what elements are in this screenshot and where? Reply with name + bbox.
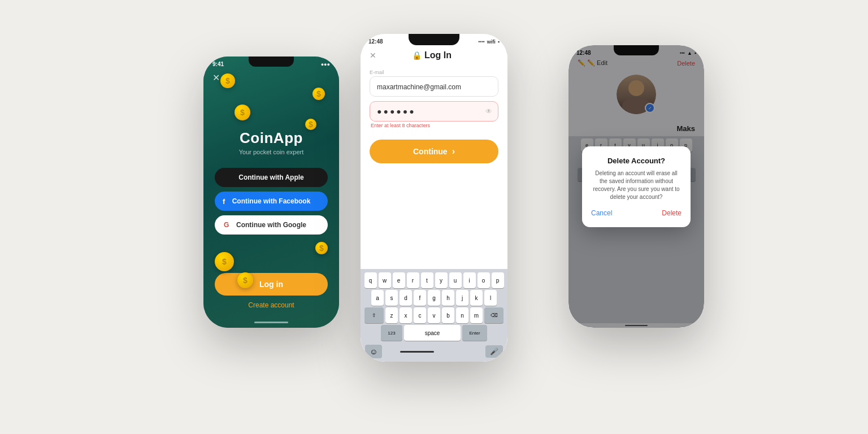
- create-account-label: Create account: [248, 301, 294, 309]
- key-y[interactable]: y: [435, 272, 448, 288]
- key-emoji[interactable]: ☺: [365, 345, 382, 358]
- apple-btn-label: Continue with Apple: [238, 173, 304, 181]
- key-d[interactable]: d: [400, 290, 412, 306]
- key-f[interactable]: f: [414, 290, 426, 306]
- key-w[interactable]: w: [379, 272, 391, 288]
- facebook-icon: f: [223, 197, 225, 206]
- phone1-time: 9:41: [212, 61, 224, 67]
- phone2-screen: 12:48 ▪▪▪▪ wifi ▪ ✕ 🔒 Log In E-ma: [361, 34, 507, 362]
- email-input[interactable]: [377, 83, 491, 91]
- phone2-time: 12:48: [368, 38, 383, 45]
- phone1-close-button[interactable]: ✕: [212, 72, 220, 83]
- key-z[interactable]: z: [385, 307, 398, 323]
- key-t[interactable]: t: [421, 272, 433, 288]
- app-subtitle: Your pocket coin expert: [239, 149, 304, 155]
- key-v[interactable]: v: [428, 307, 440, 323]
- email-label: E-mail: [370, 70, 498, 75]
- continue-google-button[interactable]: G Continue with Google: [215, 215, 328, 235]
- key-m[interactable]: m: [470, 307, 483, 323]
- key-x[interactable]: x: [400, 307, 412, 323]
- phone1-status-icons: ●●●: [321, 62, 330, 67]
- phone2-topbar: ✕ 🔒 Log In: [361, 45, 507, 60]
- key-i[interactable]: i: [463, 272, 476, 288]
- phone2-status-icons: ▪▪▪▪ wifi ▪: [478, 39, 500, 45]
- key-h[interactable]: h: [442, 290, 454, 306]
- modal-delete-button[interactable]: Delete: [662, 209, 682, 217]
- google-btn-label: Continue with Google: [236, 221, 306, 229]
- key-c[interactable]: c: [414, 307, 426, 323]
- modal-actions: Cancel Delete: [591, 209, 682, 217]
- wifi-icon: wifi: [487, 39, 496, 45]
- password-input-wrap: ●●●●●● 👁: [370, 101, 498, 121]
- key-123[interactable]: 123: [381, 325, 402, 341]
- battery-icon: ▪: [498, 39, 500, 45]
- email-input-wrap: [370, 76, 498, 97]
- phone2-close-button[interactable]: ✕: [370, 51, 376, 60]
- key-space[interactable]: space: [404, 325, 461, 341]
- key-g[interactable]: g: [428, 290, 440, 306]
- signal-icon: ●●●: [321, 62, 330, 67]
- key-u[interactable]: u: [449, 272, 462, 288]
- login-btn-label: Log in: [259, 280, 283, 289]
- phone2-title-row: 🔒 Log In: [412, 50, 452, 60]
- signal-bars-icon: ▪▪▪▪: [478, 39, 484, 44]
- phone-coinapp: 9:41 ●●● ✕ CoinApp Your pocket coin: [203, 57, 339, 328]
- modal-cancel-button[interactable]: Cancel: [591, 209, 612, 217]
- modal-body: Deleting an account will erase all the s…: [591, 170, 682, 201]
- phone1-home-indicator: [254, 322, 288, 323]
- key-backspace[interactable]: ⌫: [484, 307, 504, 323]
- create-account-link[interactable]: Create account: [248, 301, 294, 309]
- coin-2: [313, 88, 325, 100]
- key-mic[interactable]: 🎤: [485, 345, 503, 358]
- key-j[interactable]: j: [456, 290, 468, 306]
- key-a[interactable]: a: [371, 290, 384, 306]
- login-button[interactable]: Log in: [215, 273, 328, 296]
- key-k[interactable]: k: [470, 290, 483, 306]
- phone1-content: CoinApp Your pocket coin expert Continue…: [203, 129, 339, 309]
- app-title: CoinApp: [240, 129, 303, 147]
- keyboard-bottom-row: ☺ 🎤: [363, 342, 505, 359]
- delete-modal: Delete Account? Deleting an account will…: [582, 146, 691, 227]
- key-q[interactable]: q: [364, 272, 377, 288]
- continue-button[interactable]: Continue ›: [370, 140, 498, 163]
- phone2-form: E-mail ●●●●●● 👁 Enter at least 8 charact…: [361, 60, 507, 269]
- key-shift[interactable]: ⇧: [364, 307, 384, 323]
- email-field-container: E-mail: [370, 70, 498, 97]
- phone1-notch: [249, 57, 294, 67]
- coin-3: [235, 105, 250, 120]
- key-n[interactable]: n: [456, 307, 468, 323]
- coin-4: [305, 119, 316, 130]
- arrow-icon: ›: [452, 146, 455, 157]
- lock-icon: 🔒: [412, 51, 422, 60]
- phone2-home-indicator: [400, 351, 434, 353]
- modal-title: Delete Account?: [591, 157, 682, 165]
- password-field-container: ●●●●●● 👁 Enter at least 8 characters: [370, 101, 498, 128]
- key-b[interactable]: b: [442, 307, 454, 323]
- key-r[interactable]: r: [407, 272, 419, 288]
- phone3-screen: 12:48 ▪▪▪ ▲ ▪ ✏️ ✏️ Edit Delete: [568, 45, 704, 328]
- key-enter[interactable]: Enter: [462, 325, 487, 341]
- password-error-message: Enter at least 8 characters: [370, 123, 498, 128]
- key-e[interactable]: e: [393, 272, 405, 288]
- phone2-screen-title: Log In: [424, 50, 452, 60]
- coin-1: [220, 73, 235, 88]
- eye-icon[interactable]: 👁: [485, 107, 492, 115]
- continue-apple-button[interactable]: Continue with Apple: [215, 168, 328, 187]
- password-dots: ●●●●●●: [377, 107, 416, 116]
- delete-modal-overlay: Delete Account? Deleting an account will…: [568, 45, 704, 328]
- key-l[interactable]: l: [484, 290, 497, 306]
- phone1-screen: 9:41 ●●● ✕ CoinApp Your pocket coin: [203, 57, 339, 328]
- keyboard-row-1: q w e r t y u i o p: [363, 272, 505, 288]
- facebook-btn-label: Continue with Facebook: [232, 197, 311, 205]
- phone2-notch: [409, 34, 459, 45]
- keyboard-row-3: ⇧ z x c v b n m ⌫: [363, 307, 505, 323]
- key-o[interactable]: o: [478, 272, 490, 288]
- key-p[interactable]: p: [492, 272, 504, 288]
- scene: 9:41 ●●● ✕ CoinApp Your pocket coin: [0, 0, 868, 434]
- phone-profile: 12:48 ▪▪▪ ▲ ▪ ✏️ ✏️ Edit Delete: [568, 45, 704, 328]
- phone-login: 12:48 ▪▪▪▪ wifi ▪ ✕ 🔒 Log In E-ma: [361, 34, 507, 362]
- keyboard: q w e r t y u i o p a s d f g h: [361, 269, 507, 362]
- continue-facebook-button[interactable]: f Continue with Facebook: [215, 192, 328, 211]
- key-s[interactable]: s: [385, 290, 398, 306]
- google-icon: G: [224, 221, 229, 229]
